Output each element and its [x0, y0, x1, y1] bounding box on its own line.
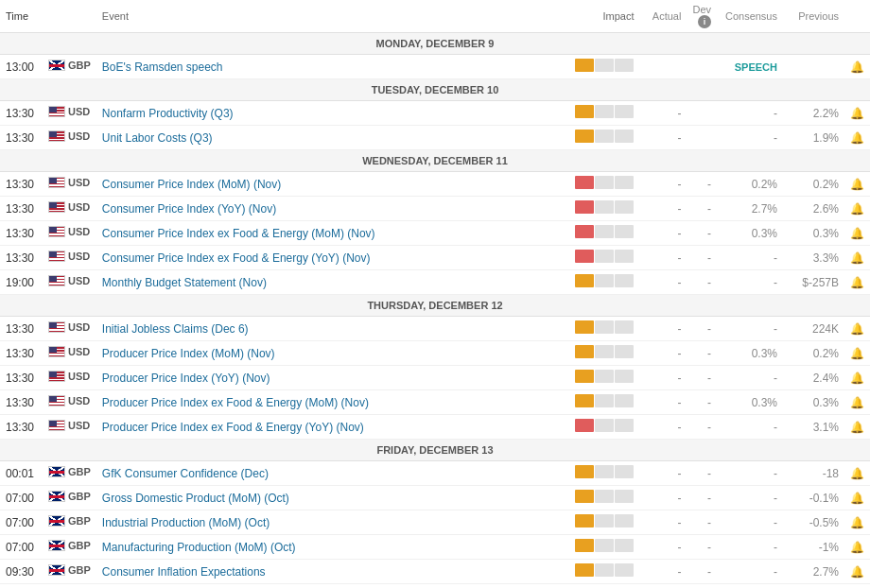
- event-name[interactable]: GfK Consumer Confidence (Dec): [96, 461, 570, 486]
- event-bell[interactable]: 🔔: [844, 197, 870, 221]
- bar-segment-2: [595, 539, 614, 552]
- event-name[interactable]: Producer Price Index ex Food & Energy (M…: [96, 390, 570, 415]
- currency-code: USD: [68, 251, 90, 262]
- event-name[interactable]: Initial Jobless Claims (Dec 6): [96, 317, 570, 341]
- flag-icon: [48, 420, 65, 431]
- event-name[interactable]: Manufacturing Production (MoM) (Oct): [96, 535, 570, 560]
- currency-code: GBP: [68, 564, 91, 576]
- event-bell[interactable]: 🔔: [844, 341, 870, 366]
- bar-segment-1: [575, 465, 594, 478]
- bar-segment-1: [575, 225, 594, 238]
- bar-segment-1: [575, 105, 594, 118]
- event-bell[interactable]: 🔔: [844, 510, 870, 535]
- event-impact: [569, 317, 639, 341]
- event-name[interactable]: Consumer Inflation Expectations: [96, 560, 570, 584]
- flag-icon: [48, 275, 65, 286]
- event-bell[interactable]: 🔔: [844, 101, 870, 126]
- bell-icon[interactable]: 🔔: [850, 347, 864, 360]
- event-name[interactable]: Consumer Price Index ex Food & Energy (M…: [96, 221, 570, 246]
- event-bell[interactable]: 🔔: [844, 172, 870, 197]
- bell-icon[interactable]: 🔔: [850, 61, 864, 74]
- bar-segment-2: [595, 419, 614, 432]
- bell-icon[interactable]: 🔔: [850, 131, 864, 145]
- bar-segment-2: [595, 465, 614, 478]
- bell-icon[interactable]: 🔔: [850, 467, 864, 480]
- event-bell[interactable]: 🔔: [844, 221, 870, 246]
- bell-icon[interactable]: 🔔: [850, 107, 864, 120]
- currency-flag: USD: [48, 321, 90, 333]
- event-time: 07:00: [0, 486, 43, 510]
- event-previous: -1%: [783, 535, 844, 560]
- event-impact: [569, 197, 639, 221]
- event-row: 13:30 USD Producer Price Index (MoM) (No…: [0, 341, 870, 366]
- event-bell[interactable]: 🔔: [844, 390, 870, 415]
- currency-code: USD: [68, 226, 90, 237]
- bell-icon[interactable]: 🔔: [850, 421, 864, 434]
- event-currency: USD: [43, 101, 96, 126]
- event-bell[interactable]: 🔔: [844, 486, 870, 510]
- event-actual: -: [639, 341, 687, 366]
- bell-icon[interactable]: 🔔: [850, 492, 864, 505]
- bell-icon[interactable]: 🔔: [850, 396, 864, 409]
- event-name[interactable]: Nonfarm Productivity (Q3): [96, 101, 570, 126]
- event-previous: 2.7%: [783, 560, 844, 584]
- event-actual: -: [639, 270, 687, 295]
- event-bell[interactable]: 🔔: [844, 246, 870, 270]
- event-row: 00:01 GBP GfK Consumer Confidence (Dec) …: [0, 461, 870, 486]
- bar-segment-2: [595, 105, 614, 118]
- event-bell[interactable]: 🔔: [844, 317, 870, 341]
- flag-icon: [48, 395, 65, 406]
- bar-segment-1: [575, 345, 594, 358]
- bell-icon[interactable]: 🔔: [850, 251, 864, 265]
- event-name[interactable]: Producer Price Index (MoM) (Nov): [96, 341, 570, 366]
- day-header-row: WEDNESDAY, DECEMBER 11: [0, 150, 870, 172]
- event-bell[interactable]: 🔔: [844, 415, 870, 440]
- bell-icon[interactable]: 🔔: [850, 516, 864, 529]
- event-name[interactable]: Consumer Price Index ex Food & Energy (Y…: [96, 246, 570, 270]
- bell-icon[interactable]: 🔔: [850, 322, 864, 336]
- event-name[interactable]: Producer Price Index (YoY) (Nov): [96, 366, 570, 390]
- event-bell[interactable]: 🔔: [844, 560, 870, 584]
- bell-icon[interactable]: 🔔: [850, 227, 864, 240]
- event-actual: [639, 55, 687, 79]
- bell-icon[interactable]: 🔔: [850, 202, 864, 216]
- event-impact: [569, 341, 639, 366]
- currency-code: GBP: [68, 515, 91, 527]
- consensus-value: 2.7%: [717, 197, 783, 221]
- bell-icon[interactable]: 🔔: [850, 565, 864, 579]
- bar-segment-1: [575, 490, 594, 503]
- bar-segment-3: [615, 514, 634, 527]
- event-bell[interactable]: 🔔: [844, 55, 870, 79]
- event-name[interactable]: Monthly Budget Statement (Nov): [96, 270, 570, 295]
- bar-segment-1: [575, 514, 594, 527]
- dev-info-icon[interactable]: i: [698, 15, 711, 28]
- event-row: 19:00 USD Monthly Budget Statement (Nov)…: [0, 270, 870, 295]
- event-name[interactable]: Producer Price Index ex Food & Energy (Y…: [96, 415, 570, 440]
- event-name[interactable]: Gross Domestic Product (MoM) (Oct): [96, 486, 570, 510]
- event-bell[interactable]: 🔔: [844, 270, 870, 295]
- event-actual: -: [639, 246, 687, 270]
- event-name[interactable]: BoE's Ramsden speech: [96, 55, 570, 79]
- bar-segment-1: [575, 130, 594, 143]
- bell-icon[interactable]: 🔔: [850, 541, 864, 554]
- event-currency: USD: [43, 390, 96, 415]
- event-bell[interactable]: 🔔: [844, 461, 870, 486]
- flag-icon: [48, 515, 65, 527]
- event-name[interactable]: Consumer Price Index (MoM) (Nov): [96, 172, 570, 197]
- bell-icon[interactable]: 🔔: [850, 178, 864, 191]
- currency-flag: GBP: [48, 60, 91, 71]
- event-bell[interactable]: 🔔: [844, 126, 870, 150]
- bar-segment-1: [575, 59, 594, 72]
- impact-bar: [575, 320, 634, 334]
- event-name[interactable]: Unit Labor Costs (Q3): [96, 126, 570, 150]
- bell-icon[interactable]: 🔔: [850, 276, 864, 289]
- bar-segment-2: [595, 200, 614, 214]
- event-bell[interactable]: 🔔: [844, 366, 870, 390]
- flag-icon: [48, 130, 65, 142]
- event-currency: USD: [43, 415, 96, 440]
- bell-icon[interactable]: 🔔: [850, 372, 864, 385]
- event-bell[interactable]: 🔔: [844, 535, 870, 560]
- impact-bar: [575, 539, 634, 552]
- event-name[interactable]: Consumer Price Index (YoY) (Nov): [96, 197, 570, 221]
- event-name[interactable]: Industrial Production (MoM) (Oct): [96, 510, 570, 535]
